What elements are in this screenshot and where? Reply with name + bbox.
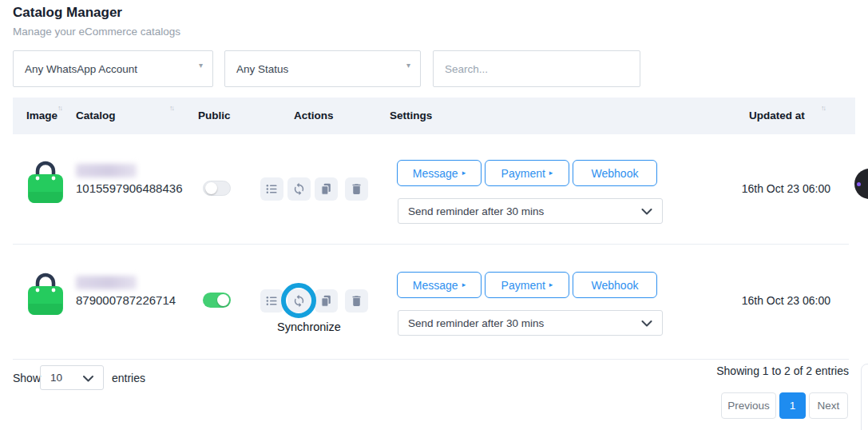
table-row: 879000787226714 Synchronize Message ▸ Pa…	[0, 246, 868, 356]
col-updated-at: Updated at	[749, 109, 805, 121]
table-row: 1015597906488436 Message ▸ Payment ▸ Web…	[0, 134, 868, 244]
table-header: Image ↑↓ Catalog ↑↓ Public Actions Setti…	[13, 98, 855, 134]
page-subtitle: Manage your eCommerce catalogs	[13, 26, 180, 38]
sort-icon[interactable]: ↑↓	[169, 104, 173, 112]
dropdown-caret-icon: ▾	[406, 61, 410, 70]
footer-divider	[13, 359, 849, 360]
trash-icon	[350, 294, 363, 308]
status-filter[interactable]: Any Status ▾	[224, 50, 421, 87]
search-box	[433, 50, 640, 87]
copy-icon	[319, 294, 333, 308]
payment-button[interactable]: Payment ▸	[485, 272, 569, 298]
updated-at: 16th Oct 23 06:00	[719, 294, 830, 307]
catalog-bag-icon	[24, 269, 67, 316]
caret-right-icon: ▸	[549, 169, 553, 177]
page-size-select[interactable]: 10	[40, 365, 104, 390]
chevron-down-icon	[83, 376, 93, 382]
caret-right-icon: ▸	[549, 281, 553, 289]
webhook-button[interactable]: Webhook	[573, 272, 657, 298]
payment-button-label: Payment	[501, 279, 545, 292]
toggle-knob	[217, 294, 229, 306]
message-button[interactable]: Message ▸	[397, 160, 482, 186]
sort-icon[interactable]: ↑↓	[821, 104, 825, 112]
list-icon	[265, 294, 279, 308]
col-actions: Actions	[294, 109, 334, 121]
message-button-label: Message	[413, 279, 458, 292]
col-image: Image	[26, 109, 57, 121]
reminder-select[interactable]: Send reminder after 30 mins	[398, 198, 663, 224]
copy-icon	[319, 182, 333, 196]
reminder-select-value: Send reminder after 30 mins	[408, 205, 544, 217]
col-public: Public	[198, 109, 231, 121]
caret-right-icon: ▸	[462, 281, 466, 289]
details-button[interactable]	[260, 289, 283, 313]
webhook-button-label: Webhook	[592, 167, 639, 180]
duplicate-button[interactable]	[315, 177, 338, 201]
toggle-knob	[205, 182, 217, 194]
payment-button-label: Payment	[501, 167, 545, 180]
sync-highlight-ring	[281, 283, 316, 318]
message-button-label: Message	[413, 167, 458, 180]
catalog-name-redacted	[76, 164, 137, 177]
previous-page-button[interactable]: Previous	[721, 392, 776, 419]
webhook-button[interactable]: Webhook	[573, 160, 657, 186]
col-settings: Settings	[390, 109, 432, 121]
search-input[interactable]	[434, 51, 662, 86]
right-edge-panel	[861, 364, 868, 430]
chevron-down-icon	[641, 209, 652, 215]
list-icon	[265, 182, 279, 196]
showing-entries-text: Showing 1 to 2 of 2 entries	[607, 364, 849, 377]
sort-icon[interactable]: ↑↓	[57, 104, 61, 112]
catalog-bag-icon	[24, 157, 67, 204]
details-button[interactable]	[260, 177, 283, 201]
page-title: Catalog Manager	[13, 5, 122, 21]
status-filter-value: Any Status	[236, 63, 288, 75]
duplicate-button[interactable]	[315, 289, 338, 313]
fab-accent-dot	[857, 182, 861, 186]
webhook-button-label: Webhook	[592, 279, 639, 292]
delete-button[interactable]	[345, 289, 368, 313]
whatsapp-account-filter[interactable]: Any WhatsApp Account ▾	[13, 50, 213, 87]
entries-label: entries	[112, 372, 145, 384]
current-page-button[interactable]: 1	[779, 392, 806, 419]
delete-button[interactable]	[345, 177, 368, 201]
catalog-manager-page: Catalog Manager Manage your eCommerce ca…	[0, 0, 868, 430]
updated-at: 16th Oct 23 06:00	[719, 182, 830, 195]
payment-button[interactable]: Payment ▸	[485, 160, 569, 186]
reminder-select[interactable]: Send reminder after 30 mins	[398, 310, 663, 336]
public-toggle[interactable]	[203, 181, 231, 196]
reminder-select-value: Send reminder after 30 mins	[408, 317, 544, 329]
catalog-id: 879000787226714	[76, 293, 176, 307]
col-catalog: Catalog	[76, 109, 116, 121]
caret-right-icon: ▸	[462, 169, 466, 177]
whatsapp-account-filter-value: Any WhatsApp Account	[25, 63, 137, 75]
message-button[interactable]: Message ▸	[397, 272, 482, 298]
chevron-down-icon	[641, 321, 652, 327]
public-toggle[interactable]	[203, 293, 231, 308]
next-page-button[interactable]: Next	[809, 392, 848, 419]
sync-button[interactable]	[287, 177, 311, 201]
dropdown-caret-icon: ▾	[199, 61, 203, 70]
sync-icon	[292, 182, 306, 196]
show-label: Show	[13, 372, 41, 384]
catalog-name-redacted	[76, 276, 137, 289]
catalog-id: 1015597906488436	[76, 181, 182, 195]
page-size-value: 10	[50, 372, 62, 384]
row-divider	[13, 244, 849, 245]
synchronize-label: Synchronize	[257, 321, 361, 333]
trash-icon	[350, 182, 363, 196]
